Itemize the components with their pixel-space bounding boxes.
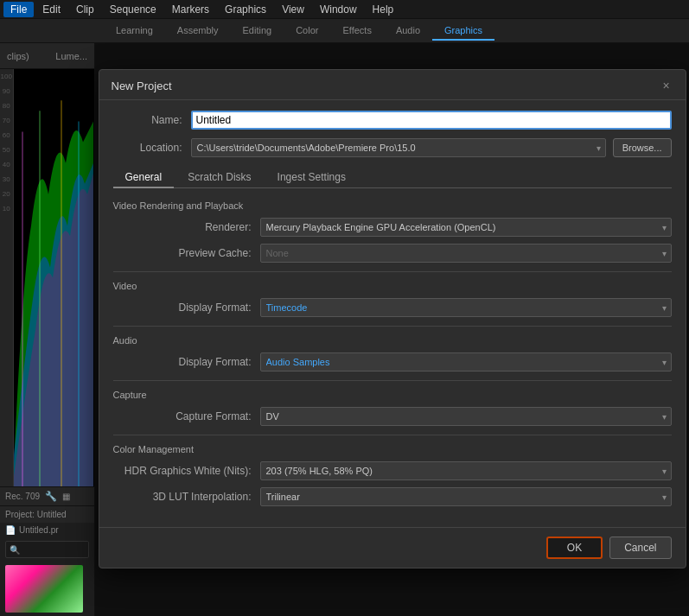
menu-view[interactable]: View [275,2,311,17]
workspace-bar: Learning Assembly Editing Color Effects … [0,19,689,43]
location-label: Location: [113,142,182,154]
ok-button[interactable]: OK [546,537,603,559]
project-label: Project: Untitled [0,505,94,523]
modal-overlay: New Project × Name: Location: [95,43,689,616]
search-icon: 🔍 [10,545,20,555]
dialog-title-bar: New Project × [99,70,686,100]
video-format-select[interactable]: Timecode [260,298,672,317]
menu-file[interactable]: File [3,2,34,17]
tab-scratch-disks[interactable]: Scratch Disks [175,168,263,188]
name-input[interactable] [191,111,672,130]
tab-ingest-settings[interactable]: Ingest Settings [265,168,358,188]
cancel-button[interactable]: Cancel [609,537,671,559]
tab-effects[interactable]: Effects [330,22,383,41]
left-panel: clips) Lume... 100 90 80 70 60 50 40 30 … [0,43,95,616]
location-wrapper: C:\Users\tride\Documents\Adobe\Premiere … [191,138,606,157]
rec-bar: Rec. 709 🔧 ▦ [0,486,94,505]
hdr-label: HDR Graphics White (Nits): [113,465,252,477]
browse-button[interactable]: Browse... [613,138,672,157]
hdr-select-wrapper: 203 (75% HLG, 58% PQ) ▾ [260,461,672,480]
lut-select-wrapper: Trilinear ▾ [260,487,672,506]
new-project-dialog: New Project × Name: Location: [99,69,686,568]
rec-label: Rec. 709 [5,492,40,501]
video-format-label: Display Format: [113,302,252,314]
file-item[interactable]: 📄 Untitled.pr [0,523,94,537]
lume-label: Lume... [55,51,87,61]
menu-help[interactable]: Help [366,2,401,17]
menu-window[interactable]: Window [313,2,364,17]
thumbnail-preview [5,565,83,613]
tab-learning[interactable]: Learning [104,22,165,41]
audio-title: Audio [113,335,672,346]
menu-clip[interactable]: Clip [69,2,101,17]
capture-title: Capture [113,390,672,400]
file-name: Untitled.pr [19,525,59,535]
clips-label: clips) [7,51,29,61]
menu-graphics[interactable]: Graphics [218,2,273,17]
menu-bar: File Edit Clip Sequence Markers Graphics… [0,0,689,19]
audio-format-label: Display Format: [113,356,252,368]
tab-audio[interactable]: Audio [384,22,432,41]
main-area: clips) Lume... 100 90 80 70 60 50 40 30 … [0,43,689,616]
settings-tab-bar: General Scratch Disks Ingest Settings [113,168,672,188]
location-select[interactable]: C:\Users\tride\Documents\Adobe\Premiere … [191,138,606,157]
preview-cache-row: Preview Cache: None ▾ [113,244,672,263]
hdr-row: HDR Graphics White (Nits): 203 (75% HLG,… [113,461,672,480]
color-management-title: Color Management [113,444,672,454]
video-rendering-title: Video Rendering and Playback [113,200,672,211]
histogram-icon: ▦ [62,492,70,501]
name-row: Name: [113,111,672,130]
video-format-row: Display Format: Timecode ▾ [113,298,672,317]
menu-markers[interactable]: Markers [165,2,216,17]
renderer-label: Renderer: [113,221,252,233]
menu-sequence[interactable]: Sequence [103,2,163,17]
audio-format-select-wrapper: Audio Samples ▾ [260,352,672,372]
video-title: Video [113,281,672,291]
lut-row: 3D LUT Interpolation: Trilinear ▾ [113,487,672,506]
hdr-select[interactable]: 203 (75% HLG, 58% PQ) [260,461,672,480]
dialog-footer: OK Cancel [99,527,686,568]
file-icon: 📄 [5,525,16,535]
capture-format-label: Capture Format: [113,410,252,422]
panel-top: clips) Lume... [0,43,94,69]
dialog-title: New Project [112,79,172,92]
capture-format-row: Capture Format: DV ▾ [113,407,672,426]
renderer-row: Renderer: Mercury Playback Engine GPU Ac… [113,218,672,237]
tab-editing[interactable]: Editing [231,22,284,41]
tab-color[interactable]: Color [284,22,330,41]
dialog-body: Name: Location: C:\Users\tride\Documents… [99,100,686,527]
tab-assembly[interactable]: Assembly [165,22,231,41]
location-row: Location: C:\Users\tride\Documents\Adobe… [113,138,672,157]
tab-graphics[interactable]: Graphics [432,22,494,41]
right-area: New Project × Name: Location: [95,43,689,616]
lut-select[interactable]: Trilinear [260,487,672,506]
renderer-select-wrapper: Mercury Playback Engine GPU Acceleration… [260,218,672,237]
capture-format-select-wrapper: DV ▾ [260,407,672,426]
preview-cache-select[interactable]: None [260,244,672,263]
menu-edit[interactable]: Edit [35,2,67,17]
tab-general[interactable]: General [113,168,175,188]
video-format-select-wrapper: Timecode ▾ [260,298,672,317]
settings-icon[interactable]: 🔧 [45,491,57,502]
renderer-select[interactable]: Mercury Playback Engine GPU Acceleration… [260,218,672,237]
capture-format-select[interactable]: DV [260,407,672,426]
search-bar[interactable]: 🔍 [5,541,89,558]
dialog-close-button[interactable]: × [660,79,673,92]
name-label: Name: [113,114,182,126]
preview-cache-label: Preview Cache: [113,247,252,259]
audio-format-row: Display Format: Audio Samples ▾ [113,352,672,372]
audio-format-select[interactable]: Audio Samples [260,352,672,372]
lut-label: 3D LUT Interpolation: [113,491,252,503]
preview-cache-select-wrapper: None ▾ [260,244,672,263]
waveform-display [14,69,94,486]
ruler: 100 90 80 70 60 50 40 30 20 10 [0,69,14,486]
